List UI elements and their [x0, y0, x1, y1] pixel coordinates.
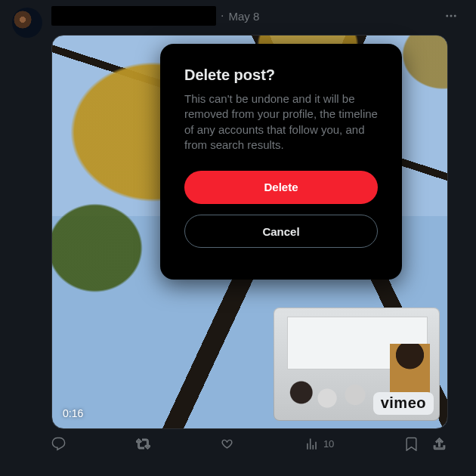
share-icon [432, 437, 447, 451]
reply-icon [51, 437, 66, 451]
reply-button[interactable] [51, 437, 66, 451]
video-duration-badge: 0:16 [63, 407, 83, 419]
delete-post-dialog: Delete post? This can't be undone and it… [160, 44, 402, 280]
heart-icon [220, 437, 234, 451]
svg-point-1 [450, 15, 453, 17]
repost-icon [136, 437, 150, 451]
post-date[interactable]: May 8 [228, 10, 259, 23]
share-button[interactable] [432, 437, 447, 451]
like-button[interactable] [220, 437, 234, 451]
bookmark-icon [404, 437, 419, 451]
trailing-actions [404, 437, 447, 451]
post-header: · May 8 [51, 8, 464, 24]
cancel-button[interactable]: Cancel [184, 215, 378, 248]
vimeo-badge: vimeo [373, 392, 434, 415]
views-count: 10 [323, 438, 334, 450]
dialog-body: This can't be undone and it will be remo… [184, 91, 378, 153]
bookmark-button[interactable] [404, 437, 419, 451]
author-name-redacted[interactable] [51, 6, 216, 26]
dialog-title: Delete post? [184, 66, 378, 84]
separator-dot: · [221, 9, 224, 23]
more-options-button[interactable] [438, 3, 464, 29]
delete-button[interactable]: Delete [184, 171, 378, 204]
video-pip-overlay: vimeo [274, 308, 440, 421]
svg-point-0 [446, 15, 448, 17]
post-action-bar: 10 [51, 437, 447, 451]
svg-point-2 [454, 15, 456, 17]
post-container: · May 8 0:16 vimeo [0, 0, 476, 476]
views-button[interactable]: 10 [304, 437, 334, 451]
views-icon [304, 437, 319, 451]
ellipsis-icon [444, 9, 458, 23]
avatar[interactable] [12, 8, 42, 38]
repost-button[interactable] [136, 437, 150, 451]
